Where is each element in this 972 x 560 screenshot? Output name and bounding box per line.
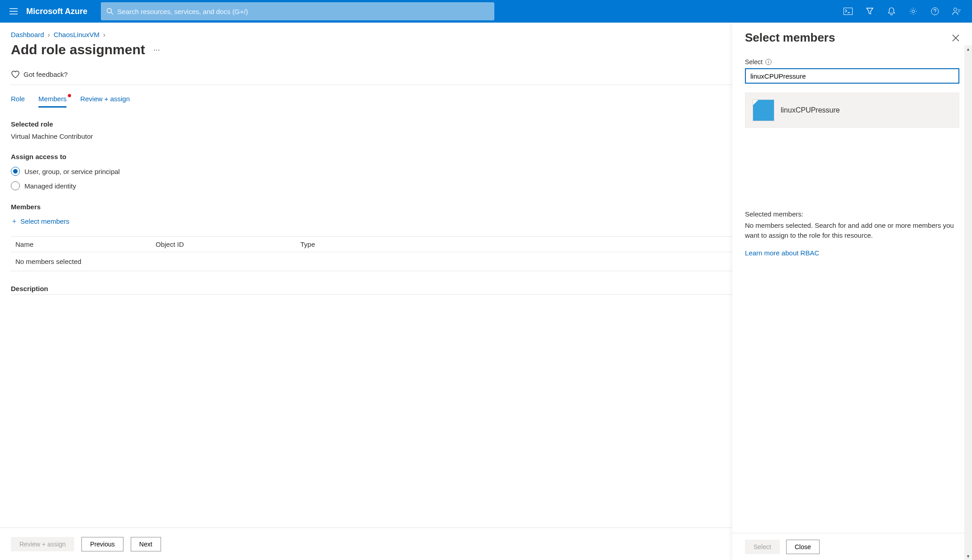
col-object-id: Object ID [156, 240, 300, 248]
top-icon-group [843, 6, 967, 17]
result-name: linuxCPUPressure [781, 106, 840, 114]
result-thumbnail-icon [753, 99, 774, 121]
panel-footer: Select Close [732, 533, 972, 560]
breadcrumb-dashboard[interactable]: Dashboard [11, 31, 44, 38]
brand-label[interactable]: Microsoft Azure [26, 7, 87, 16]
col-name: Name [11, 240, 156, 248]
selected-members-heading: Selected members: [745, 209, 959, 220]
review-assign-button: Review + assign [11, 537, 74, 551]
more-actions-icon[interactable]: ··· [153, 45, 160, 55]
close-icon[interactable] [952, 34, 959, 42]
settings-gear-icon[interactable] [908, 6, 919, 17]
feedback-label: Got feedback? [24, 71, 68, 78]
notifications-icon[interactable] [886, 6, 897, 17]
select-members-text: Select members [20, 217, 69, 225]
attention-dot-icon [68, 94, 71, 97]
search-result-item[interactable]: linuxCPUPressure [745, 93, 959, 128]
chevron-right-icon: › [47, 31, 50, 38]
panel-close-button[interactable]: Close [786, 540, 820, 554]
panel-select-label: Select [745, 58, 763, 66]
radio-checked-icon [11, 167, 20, 176]
page-title: Add role assignment [11, 42, 145, 57]
hamburger-menu-icon[interactable] [5, 2, 23, 20]
svg-rect-2 [844, 8, 853, 15]
cloud-shell-icon[interactable] [843, 6, 853, 17]
col-type: Type [300, 240, 315, 248]
account-icon[interactable] [951, 6, 962, 17]
tab-members-label: Members [38, 95, 67, 103]
previous-button[interactable]: Previous [81, 537, 123, 551]
member-search-input[interactable] [745, 68, 959, 84]
heart-icon [11, 70, 20, 78]
filter-icon[interactable] [864, 6, 875, 17]
radio-user-label: User, group, or service principal [24, 168, 120, 175]
scroll-down-arrow-icon[interactable]: ▼ [964, 552, 972, 560]
panel-title: Select members [745, 31, 835, 45]
tab-members[interactable]: Members [38, 95, 67, 108]
scroll-up-arrow-icon[interactable]: ▲ [964, 45, 972, 53]
breadcrumb-resource[interactable]: ChaosLinuxVM [53, 31, 100, 38]
search-input[interactable] [117, 8, 489, 15]
rbac-link[interactable]: Learn more about RBAC [745, 248, 819, 259]
svg-point-3 [912, 10, 915, 13]
next-button[interactable]: Next [131, 537, 161, 551]
tab-review[interactable]: Review + assign [80, 95, 130, 108]
svg-point-4 [931, 8, 939, 15]
svg-line-1 [111, 13, 114, 15]
chevron-right-icon: › [103, 31, 105, 38]
help-icon[interactable] [929, 6, 940, 17]
info-icon[interactable] [765, 59, 772, 65]
panel-select-button: Select [745, 540, 780, 554]
tab-role[interactable]: Role [11, 95, 25, 108]
plus-icon: ＋ [11, 217, 18, 226]
radio-managed-label: Managed identity [24, 182, 76, 190]
select-members-panel: Select members Select linuxCPUPressure S… [732, 23, 972, 560]
search-icon [106, 8, 114, 15]
selected-members-message: No members selected. Search for and add … [745, 221, 959, 241]
top-nav-bar: Microsoft Azure [0, 0, 972, 23]
svg-point-5 [954, 8, 957, 11]
svg-point-0 [107, 9, 112, 13]
radio-unchecked-icon [11, 181, 20, 190]
global-search[interactable] [101, 2, 494, 20]
panel-scrollbar[interactable]: ▲ ▼ [964, 45, 972, 560]
